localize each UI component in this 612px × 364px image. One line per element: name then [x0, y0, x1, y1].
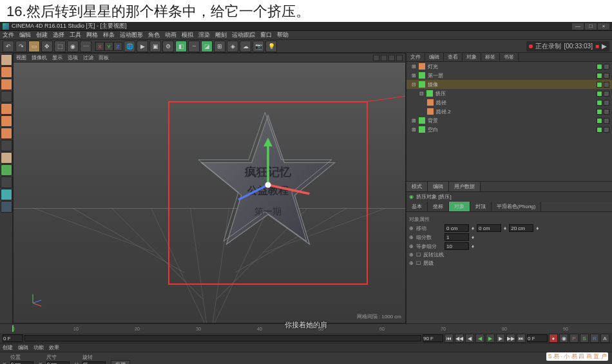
menu-track[interactable]: 运动跟踪 — [232, 31, 255, 39]
redo-button[interactable]: ↷ — [15, 41, 27, 52]
nurbs-tool[interactable]: ◪ — [201, 41, 213, 52]
menu-spline[interactable]: 样条 — [103, 31, 115, 39]
menu-render[interactable]: 渲染 — [198, 31, 210, 39]
snap-toggle[interactable] — [1, 164, 12, 176]
scale-tool[interactable]: ⬚ — [54, 41, 66, 52]
omtab-file[interactable]: 文件 — [406, 53, 425, 61]
vp-nav-3[interactable] — [388, 55, 395, 61]
flip-normals-check[interactable]: ☐ — [416, 252, 421, 258]
minimize-button[interactable]: — — [572, 23, 584, 30]
menu-file[interactable]: 文件 — [3, 31, 14, 39]
menu-simulate[interactable]: 模拟 — [182, 31, 193, 39]
subtab-phong[interactable]: 平滑着色(Phong) — [492, 202, 541, 211]
key-p[interactable]: P — [569, 334, 579, 343]
undo-button[interactable]: ↶ — [3, 41, 14, 52]
autokey[interactable]: ◉ — [559, 334, 568, 343]
workplane-snap[interactable] — [1, 177, 12, 188]
key-r[interactable]: R — [590, 334, 599, 343]
menu-mograph[interactable]: 运动图形 — [120, 31, 143, 39]
play-fwd[interactable]: ▶ — [486, 334, 495, 343]
iso-input[interactable] — [445, 242, 469, 250]
goto-end[interactable]: ⏭ — [517, 334, 526, 343]
y-lock[interactable]: Y — [104, 42, 113, 51]
x-lock[interactable]: X — [95, 42, 104, 51]
object-manager[interactable]: ⊞灯光 ⊞第一层 ⊟摄像 ⊟挤压 路径 路径.2 ⊞背景 ⊞空白 — [406, 62, 612, 182]
viewport-3d[interactable]: 疯狂记忆 公益教程 第一期 网格间隔 : 1000 cm — [14, 62, 405, 323]
cube-primitive[interactable]: ◧ — [175, 41, 187, 52]
menu-sculpt[interactable]: 雕刻 — [215, 31, 227, 39]
record-key[interactable]: ● — [549, 334, 558, 343]
obj-item[interactable]: ⊞空白 — [406, 125, 612, 134]
play-back[interactable]: ◀ — [475, 334, 484, 343]
key-a[interactable]: A — [600, 334, 609, 343]
menu-select[interactable]: 选择 — [53, 31, 64, 39]
menu-mesh[interactable]: 网格 — [86, 31, 98, 39]
menu-create[interactable]: 创建 — [36, 31, 48, 39]
vp-view[interactable]: 视图 — [16, 54, 26, 61]
menu-edit[interactable]: 编辑 — [19, 31, 31, 39]
texture-mode[interactable] — [1, 79, 12, 90]
menu-character[interactable]: 角色 — [148, 31, 160, 39]
subtab-coord[interactable]: 坐标 — [428, 202, 449, 211]
vp-options[interactable]: 选项 — [68, 54, 78, 61]
polygon-mode[interactable] — [1, 128, 12, 139]
z-lock[interactable]: Z — [113, 42, 122, 51]
render-region[interactable]: ▣ — [149, 41, 161, 52]
size-x[interactable] — [46, 361, 70, 364]
close-button[interactable]: × — [598, 23, 609, 30]
move-x-input[interactable] — [445, 224, 469, 232]
frame-start-input[interactable] — [3, 334, 23, 342]
apply-button[interactable]: 应用 — [111, 360, 130, 364]
model-mode[interactable] — [1, 66, 12, 78]
vp-nav-4[interactable] — [396, 55, 403, 61]
subtab-caps[interactable]: 封顶 — [470, 202, 492, 211]
render-view[interactable]: ▶ — [137, 41, 148, 52]
obj-item-selected[interactable]: ⊟摄像 — [406, 80, 612, 89]
locked-workplane[interactable] — [1, 189, 12, 200]
viewport[interactable]: 视图 摄像机 显示 选项 过滤 面板 — [13, 53, 406, 323]
mat-edit[interactable]: 编辑 — [18, 344, 28, 351]
frame-end-input[interactable] — [423, 334, 443, 342]
omtab-view[interactable]: 查看 — [444, 53, 463, 61]
deformer-tool[interactable]: ◈ — [227, 41, 238, 52]
frame-cur-input[interactable] — [527, 334, 548, 342]
point-mode[interactable] — [1, 103, 12, 115]
vp-cameras[interactable]: 摄像机 — [32, 54, 47, 61]
vp-filter[interactable]: 过滤 — [83, 54, 93, 61]
goto-start[interactable]: ⏮ — [445, 334, 454, 343]
next-frame[interactable]: ▶ — [496, 334, 505, 343]
select-tool[interactable]: ▭ — [28, 41, 40, 52]
prev-frame[interactable]: ◀ — [465, 334, 474, 343]
attr-tab-edit[interactable]: 编辑 — [428, 182, 449, 191]
menu-help[interactable]: 帮助 — [277, 31, 289, 39]
move-tool[interactable]: ✥ — [41, 41, 53, 52]
obj-item[interactable]: 路径 — [406, 98, 612, 107]
subtab-object[interactable]: 对象 — [449, 202, 470, 211]
menu-animate[interactable]: 动画 — [165, 31, 177, 39]
obj-item[interactable]: ⊞第一层 — [406, 71, 612, 80]
tweak-mode[interactable] — [1, 152, 12, 164]
environment[interactable]: ☁ — [240, 41, 251, 52]
mat-create[interactable]: 创建 — [3, 344, 13, 351]
attr-tab-mode[interactable]: 模式 — [406, 182, 428, 191]
play-btn[interactable]: ▶ — [602, 43, 607, 50]
mat-func[interactable]: 功能 — [33, 344, 44, 351]
render-settings[interactable]: ⚙ — [162, 41, 174, 52]
last-tool[interactable]: ⋯ — [80, 41, 91, 52]
key-s[interactable]: S — [580, 334, 589, 343]
light-tool[interactable]: 💡 — [265, 41, 277, 52]
spline-tool[interactable]: ～ — [188, 41, 200, 52]
camera-tool[interactable]: 📷 — [253, 41, 264, 52]
hierarchy-check[interactable]: ☐ — [416, 260, 421, 266]
make-editable[interactable] — [1, 54, 12, 66]
menu-window[interactable]: 窗口 — [260, 31, 272, 39]
rot-h[interactable] — [82, 361, 106, 364]
coord-system[interactable]: 🌐 — [124, 41, 135, 52]
axis-mode[interactable] — [1, 140, 12, 151]
omtab-edit[interactable]: 编辑 — [425, 53, 444, 61]
move-y-input[interactable] — [477, 224, 501, 232]
workplane-mode[interactable] — [1, 91, 12, 102]
vp-panel[interactable]: 面板 — [99, 54, 109, 61]
move-z-input[interactable] — [509, 224, 533, 232]
obj-item[interactable]: ⊞灯光 — [406, 62, 612, 71]
